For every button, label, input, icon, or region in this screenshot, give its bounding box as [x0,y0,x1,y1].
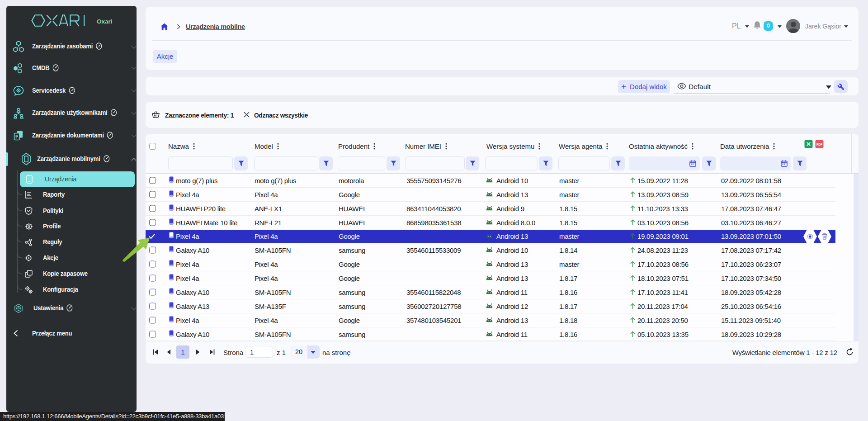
svg-text:PDF: PDF [816,143,822,146]
